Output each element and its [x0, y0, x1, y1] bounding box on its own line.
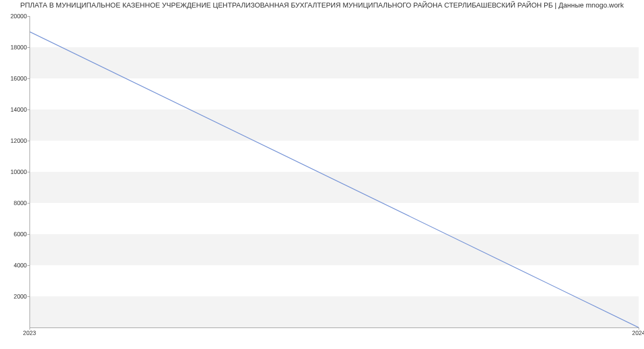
y-tick-label: 2000: [3, 293, 27, 300]
x-tick-mark: [30, 328, 30, 330]
y-tick-mark: [27, 234, 30, 235]
x-tick-label: 2023: [23, 330, 36, 336]
x-axis-line: [30, 328, 639, 328]
x-tick-mark: [639, 328, 639, 330]
y-tick-mark: [27, 78, 30, 79]
y-tick-label: 16000: [3, 75, 27, 82]
y-tick-label: 12000: [3, 137, 27, 144]
y-tick-label: 10000: [3, 169, 27, 175]
y-tick-mark: [27, 203, 30, 203]
x-tick-label: 2024: [632, 330, 644, 336]
y-tick-mark: [27, 172, 30, 172]
y-tick-mark: [27, 296, 30, 297]
y-tick-label: 20000: [3, 13, 27, 19]
y-tick-mark: [27, 265, 30, 266]
plot-area: [30, 16, 639, 328]
chart-container: РПЛАТА В МУНИЦИПАЛЬНОЕ КАЗЕННОЕ УЧРЕЖДЕН…: [0, 0, 644, 349]
y-tick-label: 4000: [3, 262, 27, 268]
y-axis-line: [30, 16, 30, 328]
line-series: [30, 16, 639, 328]
y-tick-label: 6000: [3, 231, 27, 237]
chart-title: РПЛАТА В МУНИЦИПАЛЬНОЕ КАЗЕННОЕ УЧРЕЖДЕН…: [0, 1, 644, 9]
y-tick-mark: [27, 141, 30, 141]
y-tick-label: 8000: [3, 200, 27, 206]
y-tick-mark: [27, 110, 30, 110]
y-tick-label: 18000: [3, 44, 27, 50]
y-tick-mark: [27, 16, 30, 17]
y-tick-label: 14000: [3, 106, 27, 113]
y-tick-mark: [27, 47, 30, 48]
